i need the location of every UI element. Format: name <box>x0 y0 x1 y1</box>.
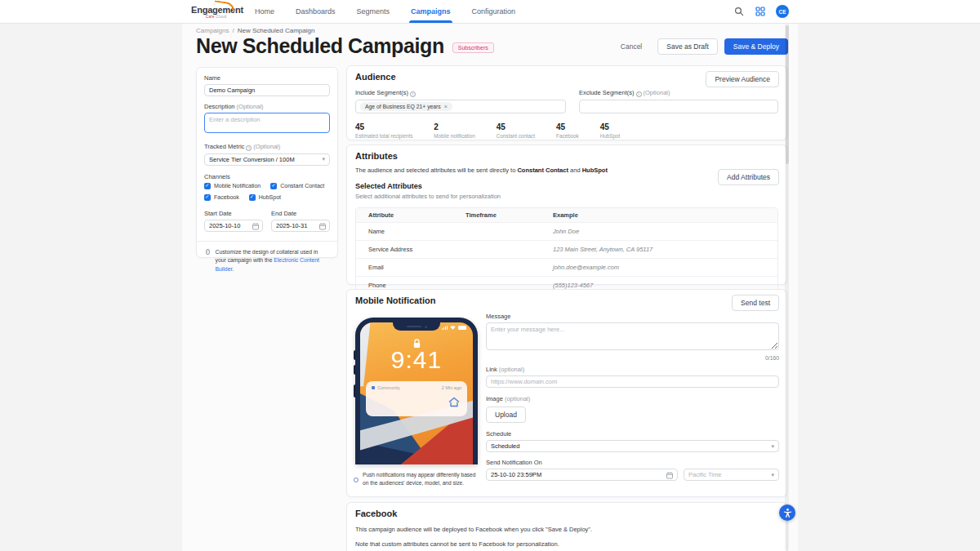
user-avatar[interactable]: CE <box>776 5 789 18</box>
calendar-icon <box>252 223 259 232</box>
battery-icon <box>458 326 466 330</box>
save-and-deploy-button[interactable]: Save & Deploy <box>724 38 788 55</box>
message-textarea[interactable] <box>486 322 779 350</box>
col-header-example: Example <box>548 211 756 219</box>
audience-stats: 45Estimated total recipients 2Mobile not… <box>355 122 778 139</box>
selected-attributes-subtitle: Select additional attributes to send for… <box>355 193 778 200</box>
message-label: Message <box>486 313 779 320</box>
preview-audience-button[interactable]: Preview Audience <box>706 71 779 87</box>
table-row[interactable]: Service Address 123 Main Street, Anytown… <box>356 240 777 258</box>
phone-screen: 9:41 Community 2 Min ago <box>360 322 473 464</box>
apps-grid-icon[interactable] <box>755 6 766 17</box>
home-icon <box>448 396 460 411</box>
phone-volume-button <box>354 365 355 375</box>
audience-section: Audience Preview Audience Include Segmen… <box>346 65 787 140</box>
start-date-input[interactable]: 2025-10-10 <box>204 220 263 232</box>
save-as-draft-button[interactable]: Save as Draft <box>657 38 718 55</box>
breadcrumb-current: New Scheduled Campaign <box>238 27 315 34</box>
wifi-icon <box>450 326 456 330</box>
logo-subtext: Cafe Cloud <box>206 15 242 19</box>
header-actions: Cancel Save as Draft Save & Deploy <box>612 38 788 55</box>
engagement-cloud-logo[interactable]: Engagement Cafe Cloud <box>191 5 242 19</box>
phone-clock: 9:41 <box>360 346 473 374</box>
exclude-segments-input[interactable] <box>579 100 778 113</box>
link-input[interactable] <box>486 375 779 388</box>
chevron-down-icon: ▾ <box>771 472 774 478</box>
channel-checkbox-hubspot[interactable]: HubSpot <box>249 194 281 201</box>
nav-item-campaigns[interactable]: Campaigns <box>409 0 452 23</box>
facebook-title: Facebook <box>355 509 778 518</box>
schedule-label: Schedule <box>486 430 779 438</box>
calendar-icon <box>319 223 326 232</box>
nav-item-home[interactable]: Home <box>253 0 276 23</box>
cancel-button[interactable]: Cancel <box>612 38 651 55</box>
nav-item-configuration[interactable]: Configuration <box>470 0 518 23</box>
end-date-input[interactable]: 2025-10-31 <box>271 220 330 232</box>
chevron-down-icon: ▾ <box>322 156 325 162</box>
notification-banner: Community 2 Min ago <box>366 381 467 416</box>
schedule-select[interactable]: Scheduled ▾ <box>486 440 779 452</box>
table-header-row: Attribute Timeframe Example <box>356 208 777 222</box>
search-icon[interactable] <box>733 6 745 17</box>
stat-mobile-notification: 2Mobile notification <box>434 122 474 139</box>
mobile-notification-section: Mobile Notification Send test <box>346 289 787 497</box>
calendar-icon <box>666 472 673 481</box>
tracked-metric-select[interactable]: Service Tier Conversion / 100M ▾ <box>204 153 330 166</box>
checkbox-checked-icon <box>204 183 211 189</box>
table-row[interactable]: Name John Doe <box>356 222 777 240</box>
stat-constant-contact: 45Constant contact <box>497 122 535 139</box>
nav-item-segments[interactable]: Segments <box>355 0 392 23</box>
info-icon[interactable]: i <box>636 91 642 97</box>
tracked-metric-label: Tracked Metrici(Optional) <box>204 143 330 151</box>
push-notification-disclaimer: Push notifications may appear differentl… <box>354 471 481 487</box>
mobile-notification-title: Mobile Notification <box>355 295 778 305</box>
start-date-label: Start Date <box>204 210 263 217</box>
upload-button[interactable]: Upload <box>486 407 526 423</box>
attributes-section: Attributes The audience and selected att… <box>346 144 787 285</box>
info-icon <box>354 478 359 482</box>
name-label: Name <box>204 74 330 82</box>
stat-estimated-total: 45Estimated total recipients <box>355 122 412 139</box>
attributes-description: The audience and selected attributes wil… <box>355 167 778 174</box>
notification-timestamp: 2 Min ago <box>442 385 461 390</box>
nav-item-dashboards[interactable]: Dashboards <box>294 0 337 23</box>
table-row[interactable]: Email john.doe@example.com <box>356 258 777 276</box>
vertical-scrollbar[interactable] <box>785 24 789 551</box>
breadcrumb-separator: / <box>232 27 234 34</box>
end-date-label: End Date <box>271 210 330 217</box>
channel-checkbox-constant-contact[interactable]: Constant Contact <box>270 183 324 189</box>
scrollbar-thumb[interactable] <box>786 25 789 164</box>
info-icon[interactable]: i <box>246 145 252 151</box>
campaign-settings-panel: Name Description (Optional) Tracked Metr… <box>196 67 338 258</box>
accessibility-button[interactable] <box>779 504 795 521</box>
chevron-down-icon: ▾ <box>771 443 774 450</box>
send-test-button[interactable]: Send test <box>732 295 779 311</box>
info-icon: i <box>206 249 210 255</box>
segment-tag: Age of Business EQ 21+ years× <box>360 102 452 111</box>
include-segments-input[interactable]: Age of Business EQ 21+ years× <box>355 100 566 113</box>
timezone-select[interactable]: Pacific Time ▾ <box>684 469 779 481</box>
breadcrumb-parent[interactable]: Campaigns <box>196 27 229 34</box>
campaign-name-input[interactable] <box>204 84 330 96</box>
divider <box>197 241 337 242</box>
remove-tag-icon[interactable]: × <box>444 104 448 109</box>
facebook-deploy-note: This campaign audience will be deployed … <box>355 526 778 533</box>
channel-checkbox-facebook[interactable]: Facebook <box>204 194 239 201</box>
channel-checkbox-mobile-notification[interactable]: Mobile Notification <box>204 183 261 189</box>
stat-facebook: 45Facebook <box>556 122 579 139</box>
accessibility-icon <box>782 508 793 518</box>
add-attributes-button[interactable]: Add Attributes <box>718 169 779 185</box>
stat-hubspot: 45HubSpot <box>600 122 621 139</box>
send-datetime-input[interactable]: 25-10-10 23:59PM <box>486 469 678 481</box>
nav-links: Home Dashboards Segments Campaigns Confi… <box>253 0 517 23</box>
info-icon[interactable]: i <box>410 91 416 97</box>
exclude-segments-label: Exclude Segment(s)i(Optional) <box>579 89 778 97</box>
include-segments-label: Include Segment(s)i <box>355 89 566 97</box>
send-notification-on-label: Send Notification On <box>486 459 779 466</box>
link-label: Link (optional) <box>486 366 779 373</box>
description-textarea[interactable] <box>204 113 330 133</box>
app-icon <box>372 386 375 389</box>
col-header-attribute: Attribute <box>356 211 461 219</box>
character-counter: 0/160 <box>486 355 779 361</box>
checkbox-checked-icon <box>249 194 256 201</box>
